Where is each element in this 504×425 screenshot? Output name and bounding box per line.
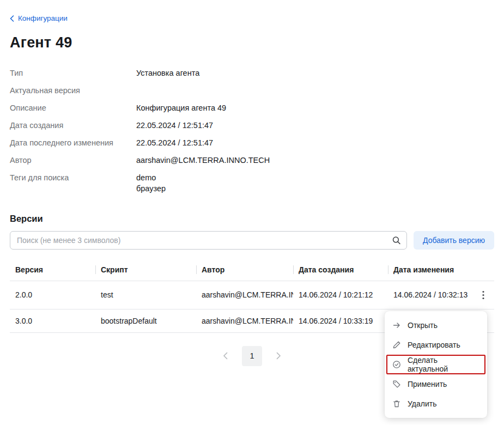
menu-item-label: Применить bbox=[408, 380, 447, 388]
detail-row-created: Дата создания 22.05.2024 / 12:51:47 bbox=[10, 117, 494, 134]
cell-author: aarshavin@LCM.TERRA.INNO.TECH bbox=[196, 309, 293, 332]
menu-item-make-actual[interactable]: Сделать актуальной bbox=[386, 355, 485, 374]
versions-heading: Версии bbox=[10, 214, 494, 224]
detail-value bbox=[136, 85, 494, 96]
table-header-row: Версия Скрипт Автор Дата создания Дата и… bbox=[10, 259, 494, 281]
detail-row-current-version: Актуальная версия bbox=[10, 82, 494, 99]
cell-script: test bbox=[95, 283, 196, 306]
menu-item-label: Сделать актуальной bbox=[408, 356, 479, 373]
cell-actions bbox=[472, 281, 494, 309]
menu-item-label: Редактировать bbox=[408, 341, 460, 349]
detail-value: aarshavin@LCM.TERRA.INNO.TECH bbox=[136, 155, 494, 166]
cell-author: aarshavin@LCM.TERRA.INNO.TECH bbox=[196, 283, 293, 306]
search-input[interactable] bbox=[10, 231, 407, 250]
column-header-script: Скрипт bbox=[95, 259, 196, 281]
search-field bbox=[10, 231, 407, 250]
page-title: Агент 49 bbox=[10, 34, 494, 51]
cell-version: 2.0.0 bbox=[10, 283, 95, 306]
detail-label: Описание bbox=[10, 102, 136, 113]
cell-created: 14.06.2024 / 10:33:19 bbox=[293, 309, 388, 332]
detail-row-type: Тип Установка агента bbox=[10, 64, 494, 82]
detail-label: Теги для поиска bbox=[10, 172, 136, 194]
detail-label: Дата создания bbox=[10, 120, 136, 131]
menu-item-apply[interactable]: Применить bbox=[385, 374, 487, 394]
detail-row-tags: Теги для поиска demo браузер bbox=[10, 169, 494, 197]
detail-label: Актуальная версия bbox=[10, 85, 136, 96]
breadcrumb-label: Конфигурации bbox=[18, 14, 68, 22]
trash-icon bbox=[392, 399, 401, 408]
versions-toolbar: Добавить версию bbox=[10, 231, 494, 250]
breadcrumb[interactable]: Конфигурации bbox=[10, 14, 68, 22]
table-row[interactable]: 2.0.0 test aarshavin@LCM.TERRA.INNO.TECH… bbox=[10, 281, 494, 309]
menu-item-delete[interactable]: Удалить bbox=[385, 394, 487, 414]
search-icon[interactable] bbox=[392, 235, 401, 245]
detail-label: Автор bbox=[10, 155, 136, 166]
details-section: Тип Установка агента Актуальная версия О… bbox=[10, 64, 494, 197]
context-menu: Открыть Редактировать Сделать актуальной… bbox=[385, 311, 487, 418]
column-header-actions bbox=[472, 263, 494, 276]
pagination-next-button[interactable] bbox=[273, 349, 284, 363]
menu-item-label: Открыть bbox=[408, 321, 438, 330]
detail-value: Конфигурация агента 49 bbox=[136, 102, 494, 113]
back-chevron-icon bbox=[10, 15, 14, 22]
cell-version: 3.0.0 bbox=[10, 309, 95, 332]
menu-item-open[interactable]: Открыть bbox=[385, 315, 487, 335]
menu-item-label: Удалить bbox=[408, 399, 436, 408]
cell-modified: 14.06.2024 / 10:32:13 bbox=[388, 283, 472, 306]
detail-row-description: Описание Конфигурация агента 49 bbox=[10, 99, 494, 117]
cell-script: bootstrapDefault bbox=[95, 309, 196, 332]
detail-value: 22.05.2024 / 12:51:47 bbox=[136, 137, 494, 148]
detail-label: Дата последнего изменения bbox=[10, 137, 136, 148]
tag-icon bbox=[392, 380, 401, 388]
check-circle-icon bbox=[392, 360, 401, 369]
detail-value: Установка агента bbox=[136, 68, 494, 78]
detail-value: demo браузер bbox=[136, 172, 494, 194]
detail-row-modified: Дата последнего изменения 22.05.2024 / 1… bbox=[10, 134, 494, 151]
pagination-page-1[interactable]: 1 bbox=[242, 346, 262, 366]
column-header-created: Дата создания bbox=[293, 259, 388, 281]
pagination-prev-button[interactable] bbox=[220, 349, 231, 363]
column-header-version: Версия bbox=[10, 259, 95, 281]
pencil-icon bbox=[392, 341, 401, 349]
tag-line: браузер bbox=[136, 183, 494, 194]
column-header-author: Автор bbox=[196, 259, 293, 281]
add-version-button[interactable]: Добавить версию bbox=[414, 231, 494, 250]
detail-label: Тип bbox=[10, 68, 136, 78]
menu-item-edit[interactable]: Редактировать bbox=[385, 335, 487, 355]
detail-row-author: Автор aarshavin@LCM.TERRA.INNO.TECH bbox=[10, 151, 494, 169]
detail-value: 22.05.2024 / 12:51:47 bbox=[136, 120, 494, 131]
tag-line: demo bbox=[136, 172, 494, 183]
column-header-modified: Дата изменения bbox=[388, 259, 472, 281]
cell-created: 14.06.2024 / 10:21:12 bbox=[293, 283, 388, 306]
arrow-right-icon bbox=[392, 321, 401, 330]
row-actions-kebab-button[interactable] bbox=[478, 288, 489, 302]
